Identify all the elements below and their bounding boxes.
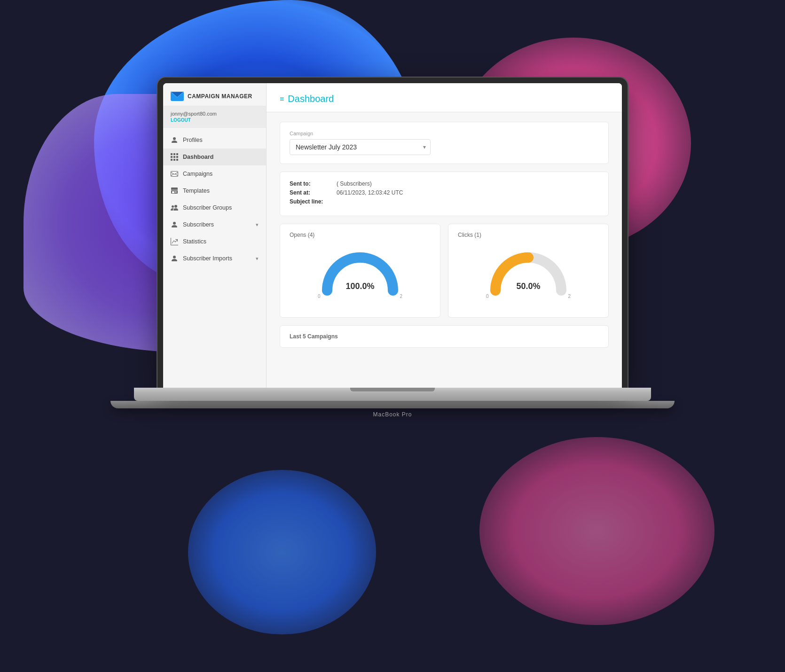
title-icon: ≡ — [280, 95, 284, 103]
clicks-chart-title: Clicks (1) — [458, 232, 599, 238]
campaign-info-card: Sent to: ( Subscribers) Sent at: 06/11/2… — [280, 172, 609, 216]
macbook-label: MacBook Pro — [373, 411, 412, 418]
main-header: ≡ Dashboard — [267, 83, 622, 112]
clicks-gauge-labels: 0 2 — [486, 294, 571, 299]
laptop-screen-inner: CAMPAIGN MANAGER jonny@sport80.com LOGOU… — [163, 83, 622, 388]
campaign-select-wrapper: Newsletter July 2023 Newsletter June 202… — [290, 139, 431, 155]
opens-gauge-svg: 100.0% — [318, 246, 402, 297]
sent-at-label: Sent at: — [290, 189, 337, 196]
charts-row: Opens (4) 100.0% — [280, 224, 609, 318]
sidebar: CAMPAIGN MANAGER jonny@sport80.com LOGOU… — [163, 83, 267, 388]
sidebar-item-statistics[interactable]: Statistics — [163, 233, 266, 250]
person-icon — [171, 136, 178, 144]
last-campaigns-card: Last 5 Campaigns — [280, 325, 609, 348]
sidebar-item-dashboard[interactable]: Dashboard — [163, 148, 266, 165]
main-content: ≡ Dashboard Campaign Newsletter July 202… — [267, 83, 622, 388]
subject-row: Subject line: — [290, 198, 599, 205]
opens-chart-card: Opens (4) 100.0% — [280, 224, 440, 318]
sent-at-value: 06/11/2023, 12:03:42 UTC — [337, 189, 403, 196]
laptop-bottom — [110, 401, 675, 408]
sidebar-label-statistics: Statistics — [183, 238, 206, 245]
import-icon — [171, 255, 178, 262]
sent-at-row: Sent at: 06/11/2023, 12:03:42 UTC — [290, 189, 599, 196]
sidebar-item-templates[interactable]: Templates — [163, 182, 266, 199]
svg-text:100.0%: 100.0% — [345, 281, 374, 291]
subscribers-icon — [171, 221, 178, 228]
subscribers-chevron-icon: ▾ — [256, 222, 259, 228]
sidebar-label-subscriber-groups: Subscriber Groups — [183, 204, 232, 211]
logo-icon — [171, 92, 184, 101]
sidebar-label-campaigns: Campaigns — [183, 171, 212, 177]
campaign-select[interactable]: Newsletter July 2023 Newsletter June 202… — [290, 139, 431, 155]
sidebar-item-subscribers[interactable]: Subscribers ▾ — [163, 216, 266, 233]
sidebar-item-profiles[interactable]: Profiles — [163, 132, 266, 148]
laptop-base — [134, 388, 651, 401]
logo-text: CAMPAIGN MANAGER — [188, 93, 252, 100]
sidebar-label-profiles: Profiles — [183, 137, 203, 143]
template-icon — [171, 187, 178, 195]
opens-max-label: 2 — [400, 294, 402, 299]
user-email: jonny@sport80.com — [171, 111, 259, 117]
sidebar-label-templates: Templates — [183, 188, 210, 194]
laptop-screen: CAMPAIGN MANAGER jonny@sport80.com LOGOU… — [157, 78, 628, 388]
page-title: ≡ Dashboard — [280, 94, 609, 104]
clicks-min-label: 0 — [486, 294, 489, 299]
logout-button[interactable]: LOGOUT — [171, 117, 259, 123]
last-campaigns-title: Last 5 Campaigns — [290, 333, 599, 340]
sent-to-value: ( Subscribers) — [337, 180, 372, 187]
opens-min-label: 0 — [318, 294, 321, 299]
logo-area: CAMPAIGN MANAGER — [163, 83, 266, 106]
stats-icon — [171, 238, 178, 245]
email-icon — [171, 170, 178, 178]
sidebar-item-subscriber-groups[interactable]: Subscriber Groups — [163, 199, 266, 216]
user-area: jonny@sport80.com LOGOUT — [163, 106, 266, 128]
laptop-wrapper: CAMPAIGN MANAGER jonny@sport80.com LOGOU… — [134, 78, 651, 594]
sidebar-item-subscriber-imports[interactable]: Subscriber Imports ▾ — [163, 250, 266, 267]
nav-items: Profiles Dashboard Campaig — [163, 128, 266, 388]
opens-gauge-labels: 0 2 — [318, 294, 402, 299]
main-body: Campaign Newsletter July 2023 Newsletter… — [267, 112, 622, 357]
sidebar-label-dashboard: Dashboard — [183, 154, 213, 160]
sidebar-item-campaigns[interactable]: Campaigns — [163, 165, 266, 182]
sent-to-label: Sent to: — [290, 180, 337, 187]
subscriber-imports-chevron-icon: ▾ — [256, 256, 259, 262]
opens-chart-title: Opens (4) — [290, 232, 431, 238]
campaign-label: Campaign — [290, 131, 599, 136]
sidebar-label-subscriber-imports: Subscriber Imports — [183, 255, 232, 262]
clicks-chart-card: Clicks (1) 50.0% — [448, 224, 609, 318]
sidebar-label-subscribers: Subscribers — [183, 221, 214, 228]
clicks-gauge: 50.0% 0 2 — [458, 246, 599, 299]
opens-gauge: 100.0% 0 2 — [290, 246, 431, 299]
clicks-max-label: 2 — [568, 294, 571, 299]
group-icon — [171, 204, 178, 211]
subject-label: Subject line: — [290, 198, 337, 205]
clicks-gauge-svg: 50.0% — [486, 246, 571, 297]
campaign-selector-card: Campaign Newsletter July 2023 Newsletter… — [280, 122, 609, 164]
svg-text:50.0%: 50.0% — [516, 281, 540, 291]
dashboard-icon — [171, 153, 178, 161]
sent-to-row: Sent to: ( Subscribers) — [290, 180, 599, 187]
